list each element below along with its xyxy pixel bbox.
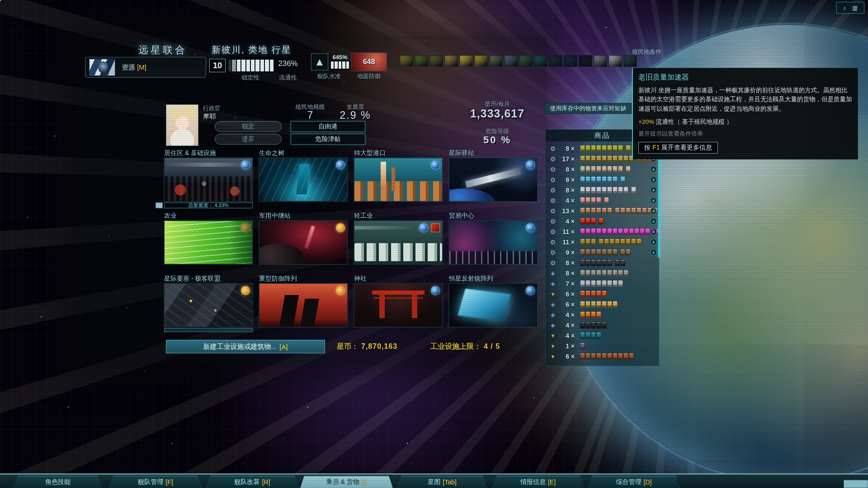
industry-cap-readout: 工业设施上限：4 / 5 [430,342,500,352]
ground-defense-label: 地面防御 [351,72,387,80]
taskbar-tab-角色技能[interactable]: 角色技能 [14,476,102,488]
stockpile-up-arrow[interactable]: ▲ [650,197,657,204]
commodity-icon [591,176,596,183]
market-row[interactable]: ⚙13 ×▲ [546,206,659,216]
hazard-pay-button[interactable]: 危险津贴 [291,134,365,145]
building-card[interactable]: 恒星反射镜阵列 [449,275,538,327]
abandon-button[interactable]: 遗弃 [215,134,282,145]
condition-icon[interactable] [549,55,562,67]
condition-icon[interactable] [459,55,473,67]
stockpile-up-arrow[interactable]: ▲ [650,239,657,245]
condition-icon[interactable] [444,55,458,67]
taskbar-tab-舰队改装[interactable]: 舰队改装[R] [206,476,299,488]
building-card[interactable]: 生命之树 [259,149,348,202]
stockpile-up-arrow[interactable]: ▲ [650,228,657,235]
import-source-icon: ◈ [548,311,557,318]
use-stockpile-button[interactable]: 使用库存中的物资来应对短缺 [545,103,632,114]
condition-icon[interactable] [579,55,592,67]
building-card[interactable]: 贸易中心 [449,212,538,264]
expand-f1-button[interactable]: 按 F1 展开查看更多信息 [638,142,718,154]
condition-icon[interactable] [429,55,443,67]
condition-icon[interactable] [489,55,503,67]
market-row[interactable]: ⚙11 ×▲ [546,226,659,237]
commodity-icon [607,270,612,277]
commodity-icon [596,291,601,297]
condition-icon[interactable] [594,55,607,67]
market-row[interactable]: ▼6 × [546,351,659,361]
taskbar-tab-星图[interactable]: 星图[Tab] [397,476,487,488]
taskbar-tab-乘员 & 货物[interactable]: 乘员 & 货物[I] [300,476,393,488]
taskbar-tab-综合管理[interactable]: 综合管理[D] [588,476,680,488]
taskbar-tab-舰队管理[interactable]: 舰队管理[F] [109,476,202,488]
stockpile-up-arrow[interactable]: ▲ [650,249,657,256]
commodity-icon [591,166,596,173]
building-card[interactable]: 星际要塞 - 极客联盟 [164,275,253,327]
stockpile-up-arrow[interactable]: ▲ [650,207,657,214]
condition-icon[interactable] [564,55,577,67]
condition-icon[interactable] [609,55,622,67]
commodity-icon [585,218,590,225]
building-card[interactable]: 轻工业 [354,212,443,264]
system-tray[interactable]: ♪ ▥ [836,2,864,14]
market-row[interactable]: ⚙8 ×▲ [546,164,659,174]
commodity-icon [618,280,623,287]
commodity-icon [580,249,585,256]
market-row[interactable]: ⚙9 ×▲ [546,247,659,258]
condition-icon[interactable] [623,55,637,67]
condition-icon[interactable] [534,55,547,67]
music-icon[interactable]: ♪ [843,5,846,11]
stockpile-up-arrow[interactable]: ▲ [650,187,657,193]
new-industry-button[interactable]: 新建工业设施或建筑物... [A] [166,340,325,353]
faction-crest-icon [89,59,115,76]
stockpile-up-arrow[interactable]: ▲ [650,176,657,183]
commodity-icon [580,218,585,225]
market-row[interactable]: ⚙11 ×▲ [546,237,659,247]
tab-label: 乘员 & 货物 [326,478,359,486]
market-row[interactable]: ◈8 × [546,268,659,278]
condition-icon[interactable] [474,55,488,67]
market-row[interactable]: ⚙8 ×▲ [546,174,659,185]
building-card[interactable]: 特大型港口 [354,149,443,202]
building-card[interactable]: 神社 [354,275,443,327]
commodity-icon [602,155,607,162]
stockpile-up-arrow[interactable]: ▲ [650,166,657,173]
commodities-scrollbar[interactable] [658,149,660,258]
market-row[interactable]: ⚙4 ×▲ [546,195,659,206]
market-row[interactable]: ◈4 × [546,320,659,330]
building-card[interactable]: 居住区 & 基础设施总发展度： 4.33% [164,149,253,202]
condition-icon[interactable] [504,55,518,67]
building-card[interactable]: 重型防御阵列 [259,275,348,327]
market-row[interactable]: ⚙8 ×▲ [546,185,659,195]
building-image [164,283,253,327]
icon-group [580,332,601,339]
administrator-portrait[interactable] [166,104,198,146]
commodity-icon [613,166,618,173]
market-row[interactable]: ◈7 × [546,278,659,289]
icon-group [615,259,625,266]
stockpile-up-arrow[interactable]: ▲ [650,218,657,225]
stabilize-button[interactable]: 稳定 [215,121,282,132]
market-row[interactable]: ⚙8 × [546,258,659,268]
commodity-icon [596,322,601,328]
condition-icon[interactable] [519,55,533,67]
commodity-icons [580,187,659,193]
taskbar-tab-情报信息[interactable]: 情报信息[E] [492,476,584,488]
building-card[interactable]: 农业 [164,212,253,264]
market-row[interactable]: ◈4 × [546,310,659,320]
market-row[interactable]: ▼4 × [546,330,659,341]
condition-icon[interactable] [400,55,413,67]
condition-icon[interactable] [415,55,428,67]
free-port-button[interactable]: 自由港 [291,121,365,132]
corner-widget[interactable] [844,480,868,488]
market-row[interactable]: ⚙4 ×▲ [546,216,659,226]
market-row[interactable]: ▼1 × [546,341,659,351]
market-row[interactable]: ▼6 × [546,289,659,299]
market-row[interactable]: ◈6 × [546,299,659,310]
resources-button[interactable]: 资源 [M] [85,57,206,78]
building-image [449,283,538,327]
building-card[interactable]: 星际驿站 [449,149,538,202]
list-icon[interactable]: ▥ [852,5,858,11]
building-card[interactable]: 军用中继站 [259,212,348,264]
commodity-icon [613,249,618,256]
icon-group [580,322,607,328]
